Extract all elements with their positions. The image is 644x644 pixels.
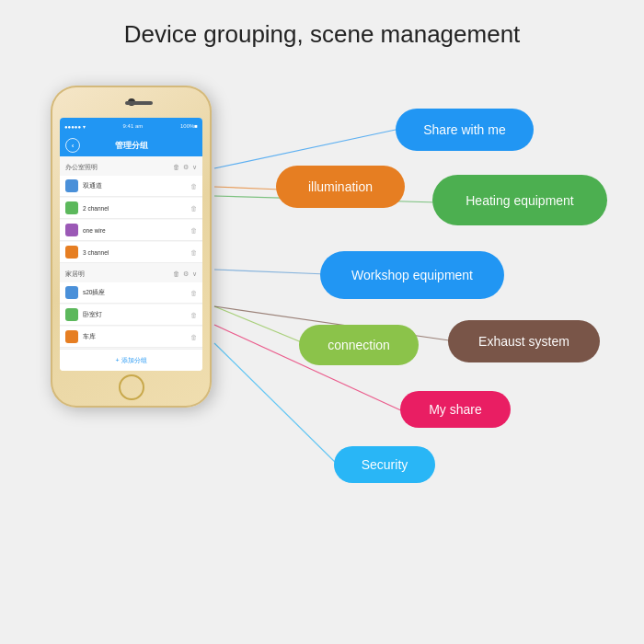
bubble-heating-equipment: Heating equipment: [432, 175, 607, 225]
svg-line-3: [214, 270, 327, 274]
item-trash[interactable]: 🗑: [190, 183, 197, 190]
item-icon: [65, 286, 78, 299]
screen-item: 车库 🗑: [60, 327, 202, 348]
screen-header: ‹ 管理分组: [60, 134, 202, 156]
settings-icon[interactable]: ⚙: [183, 270, 189, 278]
main-area: ●●●●● ▾ 9:41 am 100%■ ‹ 管理分组 办公室照明 🗑 ⚙: [0, 58, 644, 644]
screen-group-1: 办公室照明 🗑 ⚙ ∨ 双通道 🗑 2 chan: [60, 160, 202, 263]
svg-line-1: [214, 187, 281, 190]
screen-group-2: 家居明 🗑 ⚙ ∨ s20插座 🗑 卧室灯: [60, 267, 202, 348]
item-icon: [65, 308, 78, 321]
settings-icon[interactable]: ⚙: [183, 164, 189, 171]
screen-item: 卧室灯 🗑: [60, 305, 202, 326]
screen-body: 办公室照明 🗑 ⚙ ∨ 双通道 🗑 2 chan: [60, 156, 202, 349]
phone-screen: ●●●●● ▾ 9:41 am 100%■ ‹ 管理分组 办公室照明 🗑 ⚙: [60, 118, 202, 371]
screen-item: 双通道 🗑: [60, 176, 202, 197]
svg-line-4: [214, 306, 308, 345]
status-center: 9:41 am: [123, 123, 144, 129]
item-label: 车库: [83, 333, 96, 341]
bubble-security: Security: [334, 446, 435, 483]
group-2-icons: 🗑 ⚙ ∨: [173, 270, 197, 278]
status-right: 100%■: [180, 123, 198, 129]
screen-item: 3 channel 🗑: [60, 242, 202, 263]
screen-group-2-header: 家居明 🗑 ⚙ ∨: [60, 267, 202, 282]
item-trash[interactable]: 🗑: [190, 290, 197, 296]
screen-footer[interactable]: + 添加分组: [60, 349, 202, 371]
group-1-name: 办公室照明: [65, 163, 98, 172]
bubble-my-share: My share: [400, 391, 511, 428]
item-icon: [65, 201, 78, 214]
item-icon: [65, 330, 78, 343]
screen-title: 管理分组: [115, 140, 148, 152]
trash-icon[interactable]: 🗑: [173, 164, 179, 171]
screen-item: s20插座 🗑: [60, 282, 202, 304]
add-group-button[interactable]: + 添加分组: [115, 356, 146, 365]
bubble-illumination: illumination: [276, 166, 405, 208]
item-label: 双通道: [83, 182, 102, 190]
item-icon: [65, 179, 78, 192]
phone-speaker: [125, 101, 153, 105]
bubble-exhaust-system: Exhaust system: [448, 320, 600, 362]
screen-back-button[interactable]: ‹: [65, 138, 80, 153]
item-trash[interactable]: 🗑: [190, 312, 197, 318]
item-icon: [65, 246, 78, 259]
page-title: Device grouping, scene management: [0, 0, 644, 49]
item-label: 卧室灯: [83, 311, 102, 319]
item-trash[interactable]: 🗑: [190, 205, 197, 212]
item-trash[interactable]: 🗑: [190, 227, 197, 234]
bubble-connection: connection: [299, 325, 419, 365]
status-left: ●●●●● ▾: [64, 123, 86, 130]
item-trash[interactable]: 🗑: [190, 334, 197, 340]
item-label: s20插座: [83, 289, 105, 297]
phone: ●●●●● ▾ 9:41 am 100%■ ‹ 管理分组 办公室照明 🗑 ⚙: [51, 86, 212, 408]
item-label: 2 channel: [83, 205, 109, 212]
screen-statusbar: ●●●●● ▾ 9:41 am 100%■: [60, 118, 202, 134]
bubble-workshop-equipment: Workshop equipment: [320, 251, 504, 299]
chevron-icon[interactable]: ∨: [192, 164, 197, 171]
screen-item: one wire 🗑: [60, 220, 202, 241]
group-2-name: 家居明: [65, 270, 85, 279]
item-label: 3 channel: [83, 249, 109, 256]
screen-group-1-header: 办公室照明 🗑 ⚙ ∨: [60, 160, 202, 175]
item-trash[interactable]: 🗑: [190, 249, 197, 256]
trash-icon[interactable]: 🗑: [173, 270, 179, 278]
item-icon: [65, 224, 78, 236]
phone-home-button[interactable]: [119, 374, 144, 400]
item-label: one wire: [83, 227, 106, 234]
screen-item: 2 channel 🗑: [60, 198, 202, 219]
chevron-icon[interactable]: ∨: [192, 270, 197, 278]
group-1-icons: 🗑 ⚙ ∨: [173, 164, 197, 171]
svg-line-0: [214, 130, 396, 168]
bubble-share-with-me: Share with me: [396, 109, 534, 151]
